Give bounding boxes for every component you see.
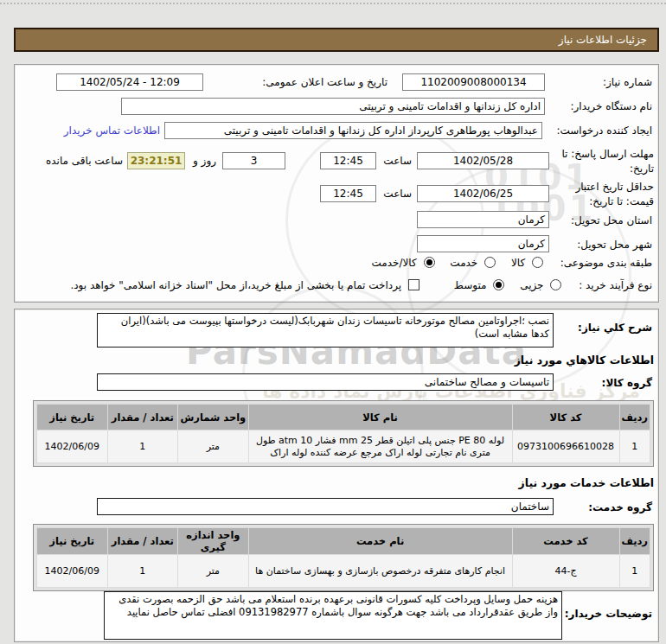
purchase-process-label: نوع فرآیند خرید : [579,279,652,291]
table-header-cell: کد کالا [512,405,619,430]
buyer-notes-label: توضیحات خریدار: [565,608,652,620]
radio-option-minor[interactable]: جزیی [516,279,561,291]
price-validity-label-line1: حداقل تاریخ اعتبار [552,180,654,194]
validity-hour-label: ساعت [383,188,412,200]
table-header-cell: واحد شمارش [178,405,249,430]
goods-section-title: اطلاعات کالاهاي مورد نیاز [515,354,654,367]
table-cell: متر [178,555,249,588]
general-description-label: شرح کلي نیاز: [578,322,652,334]
checkbox-icon[interactable] [408,279,419,290]
services-table: ردیفکد خدمتنام خدمتواحد اندازه گیریتعداد… [33,524,654,591]
table-header-cell: کد خدمت [512,528,619,555]
remaining-days-field[interactable]: 3 [222,152,285,169]
table-row: 1ج-44انجام کارهای متفرقه درخصوص بازسازی … [37,555,650,588]
table-cell: ج-44 [512,555,619,588]
subject-classification-label: طبقه بندی موضوعی: [560,257,652,269]
request-creator-label: ایجاد کننده درخواست: [556,124,652,137]
purchase-process-group: نوع فرآیند خرید : جزیی متوسط پرداخت تمام… [70,279,652,291]
table-cell: 1 [107,555,178,588]
need-number-label: شماره نیاز: [603,76,652,88]
table-header-cell: ردیف [619,405,650,430]
countdown-timer: 23:21:51 [127,152,185,169]
days-suffix-label: روز و [193,155,216,167]
response-deadline-date-field[interactable]: 1402/05/28 [417,152,549,169]
announce-datetime-label: تاریخ و ساعت اعلان عمومی: [262,76,387,88]
need-details-page: { "header": { "title": "جزئیات اطلاعات ن… [0,0,666,644]
service-group-field[interactable]: ساختمان [97,498,554,515]
buyer-org-field[interactable]: اداره کل زندانها و اقدامات تامینی و تربی… [121,98,545,115]
need-number-field[interactable]: 1102009008000134 [402,73,545,91]
radio-option-medium[interactable]: متوسط [451,279,504,291]
service-group-label: گروه خدمت: [588,501,652,513]
table-cell: انجام کارهای متفرقه درخصوص بازسازی و بهس… [248,555,512,588]
table-header-cell: واحد اندازه گیری [178,528,249,555]
table-cell: 1 [619,555,650,588]
top-dotted-divider [0,3,666,4]
goods-table: ردیفکد کالانام کالاواحد شمارشتعداد / مقد… [33,400,654,467]
delivery-city-label: شهر محل تحویل: [577,239,652,251]
deadline-hour-label: ساعت [383,155,412,167]
announce-datetime-field[interactable]: 1402/05/24 - 12:09 [56,73,203,91]
radio-option-goods-service[interactable]: کالا/خدمت [372,257,435,269]
services-section-title: اطلاعات خدمات مورد نیاز [519,476,655,489]
delivery-city-field[interactable]: کرمان [417,235,549,252]
price-validity-label-line2: قیمت: تا تاریخ: [552,194,654,208]
hours-remaining-label: ساعت باقی مانده [46,155,123,167]
radio-option-goods[interactable]: کالا [508,257,543,269]
price-validity-date-field[interactable]: 1402/06/25 [417,185,549,202]
table-cell: 1 [107,430,178,463]
goods-table-header-row: ردیفکد کالانام کالاواحد شمارشتعداد / مقد… [37,405,650,430]
radio-icon[interactable] [532,257,543,268]
delivery-province-label: استان محل تحویل: [571,214,652,226]
delivery-province-field[interactable]: کرمان [417,211,549,228]
buyer-notes-textarea[interactable]: هزینه حمل وسایل وپرداخت کلیه کسورات قانو… [104,591,562,640]
request-creator-field[interactable]: عبدالوهاب پورطاهری کارپرداز اداره کل زند… [164,122,542,139]
table-header-cell: ردیف [619,528,650,555]
response-deadline-label-line2: تاریخ: [552,162,654,175]
radio-selected-icon[interactable] [493,279,504,290]
table-row: 10973100696610028لوله PE 80 جنس پلی اتیل… [37,430,650,463]
radio-option-service[interactable]: خدمت [447,257,496,269]
radio-icon[interactable] [484,257,496,268]
table-header-cell: تاریخ نیاز [37,405,108,430]
table-cell: متر [178,430,249,463]
buyer-org-label: نام دستگاه خریدار: [571,100,653,112]
table-header-cell: تاریخ نیاز [37,528,108,555]
table-cell: 0973100696610028 [512,430,619,463]
subject-classification-group: طبقه بندی موضوعی: کالا خدمت کالا/خدمت [360,257,653,269]
table-cell: 1402/06/09 [37,555,108,588]
goods-group-label: گروه کالا: [602,377,652,389]
general-description-textarea[interactable]: نصب ؛اجراوتامین مصالح موتورخانه تاسیسات … [97,313,554,348]
treasury-payment-option[interactable]: پرداخت تمام یا بخشی از مبلغ خرید،از محل … [70,279,419,291]
table-header-cell: نام کالا [248,405,512,430]
services-table-header-row: ردیفکد خدمتنام خدمتواحد اندازه گیریتعداد… [37,528,650,555]
buyer-contact-link[interactable]: اطلاعات تماس خریدار [64,124,160,137]
page-title: جزئیات اطلاعات نیاز [14,28,659,52]
radio-selected-icon[interactable] [424,257,435,268]
table-header-cell: تعداد / مقدار [107,405,178,430]
table-cell: لوله PE 80 جنس پلی اتیلن قطر 25 mm فشار … [248,430,512,463]
price-validity-time-field[interactable]: 12:45 [320,185,376,202]
radio-icon[interactable] [550,279,561,290]
response-deadline-time-field[interactable]: 12:45 [320,152,376,169]
table-header-cell: نام خدمت [248,528,512,555]
table-cell: 1 [619,430,650,463]
table-header-cell: تعداد / مقدار [107,528,178,555]
response-deadline-label-line1: مهلت ارسال پاسخ: تا [552,147,654,161]
goods-group-field[interactable]: تاسیسات و مصالح ساختمانی [97,373,554,391]
table-cell: 1402/06/09 [37,430,108,463]
